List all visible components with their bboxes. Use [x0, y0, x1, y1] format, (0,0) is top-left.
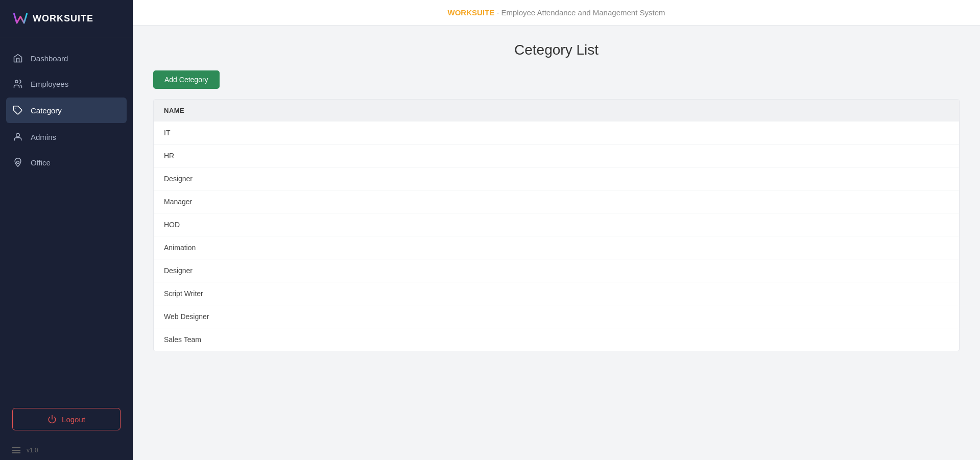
sidebar-item-employees[interactable]: Employees [0, 71, 133, 96]
sidebar-item-category[interactable]: Category [6, 98, 127, 123]
sidebar: WORKSUITE Dashboard Emplo [0, 0, 133, 460]
table-row: Designer [154, 167, 959, 190]
table-header: NAME [154, 100, 959, 122]
svg-point-3 [17, 161, 19, 164]
add-category-button[interactable]: Add Cetegory [153, 70, 220, 89]
table-row: Designer [154, 259, 959, 282]
svg-point-2 [16, 133, 20, 137]
logo-text: WORKSUITE [33, 13, 93, 24]
sidebar-item-label: Office [31, 158, 51, 167]
topbar-tagline: - Employee Attendance and Management Sys… [496, 8, 665, 17]
power-icon [47, 415, 57, 424]
table-row: Script Writer [154, 282, 959, 305]
table-row: HOD [154, 213, 959, 236]
sidebar-item-dashboard[interactable]: Dashboard [0, 45, 133, 71]
office-icon [12, 157, 23, 168]
category-icon [12, 105, 23, 116]
page-content: Cetegory List Add Cetegory NAME ITHRDesi… [133, 26, 980, 460]
topbar-brand: WORKSUITE [447, 8, 494, 17]
logout-label: Logout [62, 415, 85, 424]
table-row: Sales Team [154, 328, 959, 351]
table-row: Animation [154, 236, 959, 259]
sidebar-item-office[interactable]: Office [0, 150, 133, 175]
logout-area: Logout [0, 400, 133, 443]
worksuite-logo-icon [12, 10, 29, 27]
logout-button[interactable]: Logout [12, 408, 121, 430]
table-row: HR [154, 144, 959, 167]
main-content: WORKSUITE - Employee Attendance and Mana… [133, 0, 980, 460]
table-row: Web Designer [154, 305, 959, 328]
table-row: Manager [154, 190, 959, 213]
category-table: NAME ITHRDesignerManagerHODAnimationDesi… [153, 99, 960, 351]
admins-icon [12, 131, 23, 142]
svg-point-0 [15, 80, 18, 83]
sidebar-item-label: Category [31, 106, 62, 115]
page-title: Cetegory List [153, 42, 960, 58]
employees-icon [12, 78, 23, 89]
sidebar-item-label: Dashboard [31, 54, 68, 63]
version-bar: v1.0 [0, 443, 133, 460]
logo-area: WORKSUITE [0, 0, 133, 37]
sidebar-item-label: Admins [31, 133, 56, 141]
hamburger-icon [12, 447, 20, 453]
nav-menu: Dashboard Employees Catego [0, 37, 133, 400]
table-row: IT [154, 122, 959, 144]
version-text: v1.0 [27, 447, 38, 454]
topbar: WORKSUITE - Employee Attendance and Mana… [133, 0, 980, 26]
home-icon [12, 53, 23, 64]
sidebar-item-admins[interactable]: Admins [0, 124, 133, 150]
sidebar-item-label: Employees [31, 80, 68, 88]
